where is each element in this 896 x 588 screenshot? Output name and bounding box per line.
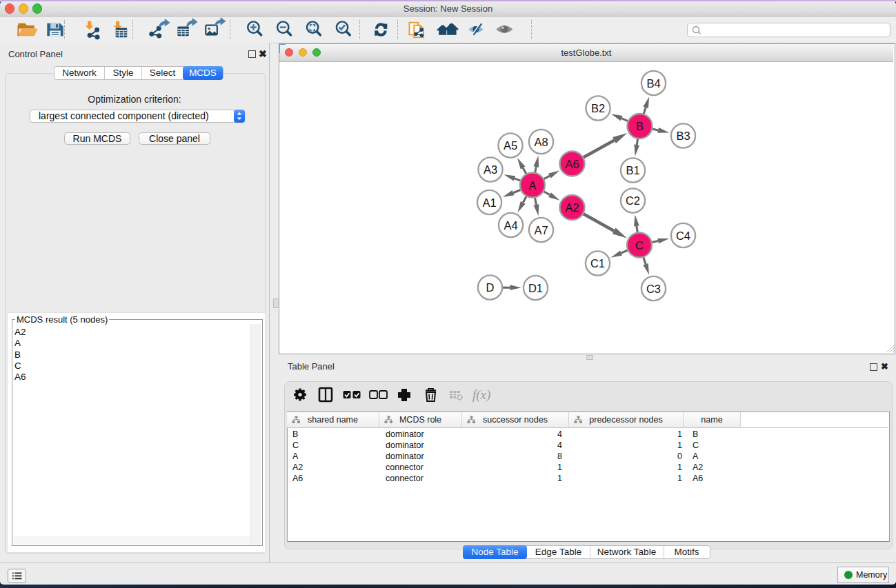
svg-text:A: A [528, 179, 536, 192]
svg-text:A4: A4 [504, 219, 517, 232]
svg-text:B3: B3 [676, 130, 690, 142]
svg-text:B4: B4 [646, 77, 660, 90]
svg-text:A8: A8 [534, 136, 548, 148]
svg-text:B1: B1 [626, 164, 639, 176]
svg-text:A5: A5 [504, 139, 517, 152]
svg-text:C2: C2 [626, 194, 640, 207]
svg-text:A2: A2 [565, 201, 579, 214]
svg-text:C: C [635, 239, 644, 252]
svg-text:C1: C1 [590, 257, 605, 270]
svg-text:D1: D1 [528, 282, 543, 294]
svg-text:f(x): f(x) [472, 387, 490, 403]
svg-text:B: B [636, 120, 644, 132]
svg-text:C4: C4 [676, 230, 690, 242]
svg-text:A1: A1 [482, 196, 496, 209]
svg-text:C3: C3 [646, 283, 661, 295]
svg-text:D: D [486, 281, 495, 294]
svg-text:B2: B2 [591, 102, 605, 114]
svg-text:A7: A7 [534, 224, 548, 236]
svg-text:A6: A6 [565, 158, 579, 170]
svg-text:A3: A3 [484, 163, 497, 176]
